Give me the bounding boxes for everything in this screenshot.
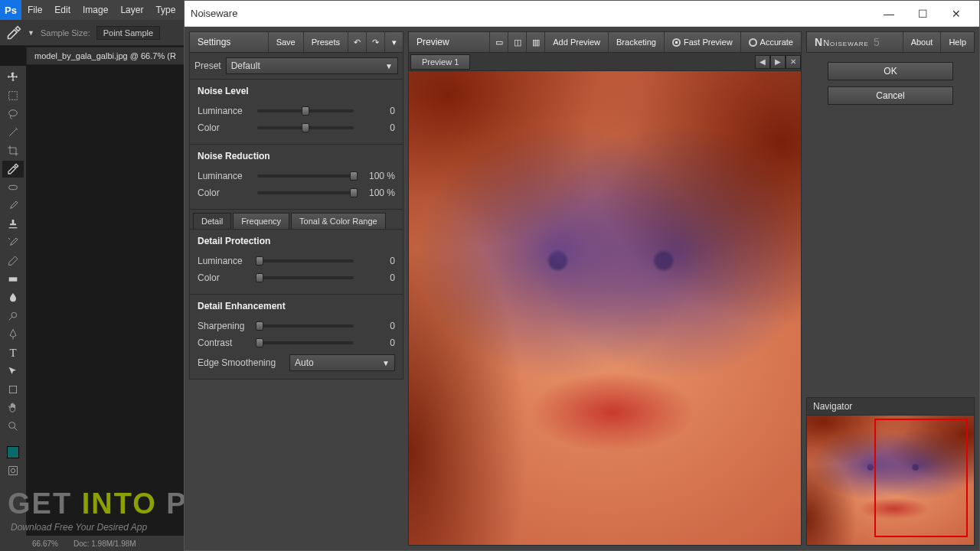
- lasso-tool-icon[interactable]: [2, 106, 24, 122]
- tab-frequency[interactable]: Frequency: [233, 213, 289, 229]
- watermark-subtitle: Download Free Your Desired App: [11, 522, 147, 533]
- preset-label: Preset: [194, 60, 221, 71]
- svg-rect-3: [9, 277, 18, 281]
- move-tool-icon[interactable]: [2, 69, 24, 86]
- dialog-titlebar: Noiseware — ☐ ✕: [185, 1, 979, 27]
- menu-image[interactable]: Image: [77, 5, 114, 15]
- ok-button[interactable]: OK: [828, 62, 953, 80]
- brush-tool-icon[interactable]: [2, 197, 24, 214]
- nr-luminance-slider[interactable]: [257, 174, 354, 178]
- brand-label: NNoiseware 5: [807, 36, 887, 48]
- watermark: GET INTO PC: [8, 487, 210, 520]
- nr-luminance-row: Luminance 100 %: [198, 168, 395, 184]
- sample-size-value[interactable]: Point Sample: [96, 26, 160, 40]
- close-icon[interactable]: ✕: [939, 2, 973, 25]
- chevron-down-icon: ▼: [385, 62, 393, 70]
- noise-reduction-title: Noise Reduction: [198, 151, 395, 161]
- wand-tool-icon[interactable]: [2, 124, 24, 141]
- ps-toolbar: T: [0, 66, 26, 551]
- svg-point-8: [11, 468, 15, 472]
- view-split-v-icon[interactable]: ▥: [526, 32, 544, 52]
- nr-color-row: Color 100 %: [198, 184, 395, 201]
- next-icon[interactable]: ▶: [770, 55, 786, 69]
- eyedropper-icon: [6, 25, 21, 41]
- blur-tool-icon[interactable]: [2, 289, 24, 306]
- presets-button[interactable]: Presets: [303, 32, 348, 52]
- zoom-tool-icon[interactable]: [2, 418, 24, 435]
- accurate-radio[interactable]: Accurate: [740, 32, 801, 52]
- menu-type[interactable]: Type: [149, 5, 181, 15]
- sample-size-label: Sample Size:: [41, 28, 90, 37]
- ps-document-tabs: model_by_gala_galbi.jpg @ 66.7% (R: [26, 46, 185, 66]
- document-tab[interactable]: model_by_gala_galbi.jpg @ 66.7% (R: [26, 47, 185, 65]
- detail-tabs: Detail Frequency Tonal & Color Range: [189, 210, 403, 230]
- shape-tool-icon[interactable]: [2, 381, 24, 398]
- color-slider[interactable]: [257, 126, 354, 129]
- detail-enhancement-title: Detail Enhancement: [198, 301, 395, 311]
- zoom-level[interactable]: 66.67%: [32, 540, 58, 548]
- dp-color-slider[interactable]: [257, 276, 354, 279]
- chevron-down-icon[interactable]: ▼: [28, 29, 34, 37]
- luminance-slider[interactable]: [257, 109, 354, 112]
- tab-tonal[interactable]: Tonal & Color Range: [291, 213, 386, 229]
- crop-tool-icon[interactable]: [2, 142, 24, 159]
- close-preview-icon[interactable]: ✕: [786, 55, 801, 69]
- nr-color-slider[interactable]: [257, 191, 354, 194]
- dropdown-icon[interactable]: ▾: [384, 32, 403, 52]
- bracketing-button[interactable]: Bracketing: [608, 32, 664, 52]
- sharpening-slider[interactable]: [257, 324, 354, 328]
- cancel-button[interactable]: Cancel: [828, 86, 953, 105]
- quickmask-icon[interactable]: [2, 462, 24, 479]
- history-brush-tool-icon[interactable]: [2, 234, 24, 251]
- undo-icon[interactable]: ↶: [348, 32, 366, 52]
- dp-luminance-slider[interactable]: [257, 259, 354, 262]
- prev-icon[interactable]: ◀: [755, 55, 770, 69]
- right-column: NNoiseware 5 About Help OK Cancel Naviga…: [806, 31, 975, 546]
- marquee-tool-icon[interactable]: [2, 87, 24, 104]
- foreground-color-swatch[interactable]: [2, 444, 24, 461]
- dialog-title: Noiseware: [191, 8, 872, 19]
- maximize-icon[interactable]: ☐: [906, 2, 939, 25]
- stamp-tool-icon[interactable]: [2, 216, 24, 233]
- path-tool-icon[interactable]: [2, 363, 24, 380]
- eyedropper-tool-icon[interactable]: [2, 161, 24, 178]
- view-single-icon[interactable]: ▭: [489, 32, 508, 52]
- save-button[interactable]: Save: [268, 32, 303, 52]
- menu-layer[interactable]: Layer: [114, 5, 149, 15]
- noise-level-title: Noise Level: [198, 86, 395, 96]
- about-button[interactable]: About: [903, 32, 941, 52]
- svg-point-4: [11, 312, 17, 318]
- hand-tool-icon[interactable]: [2, 399, 24, 416]
- preset-combo[interactable]: Default▼: [226, 57, 398, 74]
- view-split-h-icon[interactable]: ◫: [508, 32, 526, 52]
- preview-title: Preview: [409, 37, 489, 47]
- gradient-tool-icon[interactable]: [2, 271, 24, 288]
- navigator-title: Navigator: [806, 397, 975, 416]
- detail-protection-title: Detail Protection: [198, 236, 395, 246]
- noise-level-color-row: Color 0: [198, 119, 395, 136]
- tab-detail[interactable]: Detail: [193, 213, 231, 229]
- pen-tool-icon[interactable]: [2, 326, 24, 343]
- healing-tool-icon[interactable]: [2, 179, 24, 196]
- ps-menubar: Ps File Edit Image Layer Type: [0, 0, 184, 20]
- navigator-thumbnail[interactable]: [806, 416, 975, 546]
- preview-tab-1[interactable]: Preview 1: [410, 54, 470, 70]
- preview-image[interactable]: [408, 71, 802, 546]
- redo-icon[interactable]: ↷: [366, 32, 384, 52]
- type-tool-icon[interactable]: T: [2, 344, 24, 361]
- svg-rect-5: [9, 386, 16, 393]
- svg-point-1: [9, 110, 18, 116]
- fast-preview-radio[interactable]: Fast Preview: [664, 32, 740, 52]
- navigator-viewport-rect[interactable]: [874, 419, 968, 537]
- help-button[interactable]: Help: [940, 32, 974, 52]
- add-preview-button[interactable]: Add Preview: [544, 32, 608, 52]
- contrast-slider[interactable]: [257, 341, 354, 344]
- edge-smoothening-combo[interactable]: Auto▼: [289, 354, 395, 371]
- menu-file[interactable]: File: [21, 5, 48, 15]
- minimize-icon[interactable]: —: [872, 2, 906, 25]
- ps-options-bar: ▼ Sample Size: Point Sample: [0, 20, 184, 46]
- dodge-tool-icon[interactable]: [2, 308, 24, 324]
- menu-edit[interactable]: Edit: [48, 5, 77, 15]
- eraser-tool-icon[interactable]: [2, 253, 24, 269]
- ps-status-bar: 66.67% Doc: 1.98M/1.98M: [26, 536, 184, 551]
